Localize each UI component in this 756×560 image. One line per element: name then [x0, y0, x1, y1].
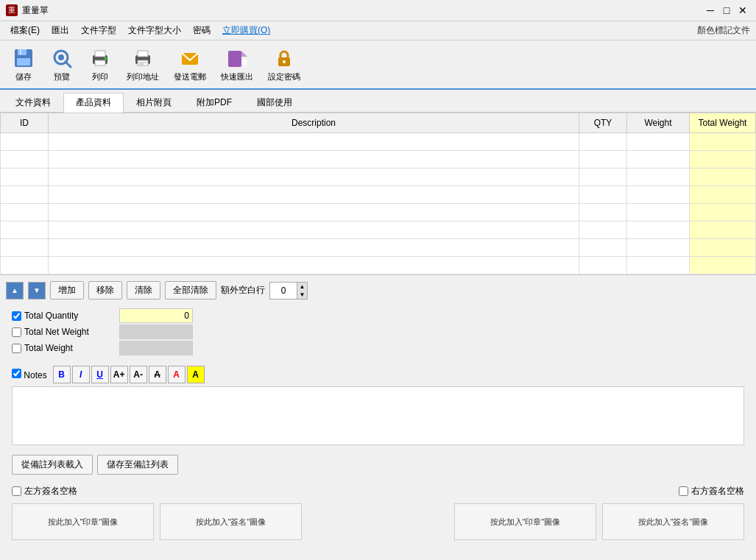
tab-pdf[interactable]: 附加PDF	[184, 93, 244, 112]
print-button[interactable]: 列印	[82, 43, 118, 85]
table-cell[interactable]	[579, 221, 627, 239]
email-button[interactable]: 發送電郵	[168, 43, 212, 85]
table-cell[interactable]	[690, 133, 756, 151]
table-cell[interactable]	[1, 239, 49, 257]
tab-product-info[interactable]: 產品資料	[63, 93, 124, 113]
table-cell[interactable]	[49, 221, 579, 239]
notes-font-decrease-button[interactable]: A-	[130, 366, 147, 383]
add-button[interactable]: 增加	[50, 281, 84, 300]
remove-button[interactable]: 移除	[88, 281, 122, 300]
notes-underline-button[interactable]: U	[91, 366, 109, 383]
notes-italic-button[interactable]: I	[72, 366, 90, 383]
menu-export[interactable]: 匯出	[47, 23, 74, 38]
table-cell[interactable]	[627, 204, 690, 221]
menu-font-size[interactable]: 文件字型大小	[124, 23, 186, 38]
total-net-weight-checkbox[interactable]	[12, 327, 21, 337]
table-cell[interactable]	[1, 204, 49, 221]
total-weight-checkbox[interactable]	[12, 344, 21, 353]
table-cell[interactable]	[690, 151, 756, 169]
table-cell[interactable]	[627, 239, 690, 257]
table-cell[interactable]	[627, 186, 690, 204]
table-cell[interactable]	[690, 186, 756, 204]
table-cell[interactable]	[627, 221, 690, 239]
preview-button[interactable]: 預覽	[44, 43, 80, 85]
notes-color-red-button[interactable]: A	[168, 366, 186, 383]
table-cell[interactable]	[579, 257, 627, 274]
table-cell[interactable]	[579, 186, 627, 204]
clear-all-button[interactable]: 全部清除	[165, 281, 216, 300]
set-password-button[interactable]: 設定密碼	[262, 43, 306, 85]
notes-strikethrough-button[interactable]: A	[149, 366, 166, 383]
table-cell[interactable]	[49, 186, 579, 204]
table-cell[interactable]	[690, 239, 756, 257]
table-cell[interactable]	[1, 257, 49, 274]
table-cell[interactable]	[579, 133, 627, 151]
spinner-down[interactable]: ▼	[297, 291, 307, 299]
menu-buy[interactable]: 立即購買(O)	[218, 23, 275, 38]
table-cell[interactable]	[49, 169, 579, 186]
table-cell[interactable]	[627, 133, 690, 151]
table-cell[interactable]	[1, 151, 49, 169]
table-cell[interactable]	[690, 204, 756, 221]
notes-checkbox[interactable]	[12, 369, 21, 378]
save-button[interactable]: 儲存	[6, 43, 41, 85]
table-cell[interactable]	[1, 186, 49, 204]
stamp-left-button[interactable]: 按此加入"印章"圖像	[12, 503, 154, 540]
notes-color-yellow-button[interactable]: A	[187, 366, 205, 383]
tab-internal[interactable]: 國部使用	[244, 93, 305, 112]
extra-rows-label: 額外空白行	[221, 284, 265, 297]
notes-textarea[interactable]	[12, 386, 744, 445]
tab-bar: 文件資料 產品資料 相片附頁 附加PDF 國部使用	[0, 90, 756, 113]
sign-left-button[interactable]: 按此加入"簽名"圖像	[160, 503, 302, 540]
total-net-weight-input[interactable]	[119, 325, 193, 339]
minimize-button[interactable]: ─	[703, 3, 718, 18]
table-cell[interactable]	[627, 257, 690, 274]
quick-export-button[interactable]: 快速匯出	[215, 43, 259, 85]
notes-bold-button[interactable]: B	[53, 366, 71, 383]
table-cell[interactable]	[690, 257, 756, 274]
table-cell[interactable]	[49, 204, 579, 221]
svg-point-23	[283, 60, 286, 63]
table-cell[interactable]	[579, 204, 627, 221]
menu-file[interactable]: 檔案(E)	[6, 23, 44, 38]
maximize-button[interactable]: □	[719, 3, 734, 18]
sign-right-button[interactable]: 按此加入"簽名"圖像	[602, 503, 744, 540]
table-cell[interactable]	[49, 257, 579, 274]
table-cell[interactable]	[690, 169, 756, 186]
move-up-button[interactable]: ▲	[6, 282, 24, 300]
svg-rect-8	[95, 51, 105, 57]
table-cell[interactable]	[1, 169, 49, 186]
clear-button[interactable]: 清除	[127, 281, 160, 300]
table-cell[interactable]	[49, 239, 579, 257]
load-notes-button[interactable]: 從備註列表載入	[12, 455, 93, 475]
right-sig-checkbox[interactable]	[679, 486, 688, 496]
table-cell[interactable]	[49, 133, 579, 151]
stamp-right-button[interactable]: 按此加入"印章"圖像	[454, 503, 596, 540]
total-quantity-checkbox[interactable]	[12, 311, 21, 321]
total-quantity-row: Total Quantity	[12, 308, 744, 323]
notes-font-increase-button[interactable]: A+	[110, 366, 128, 383]
move-down-button[interactable]: ▼	[28, 282, 46, 300]
extra-rows-spinner[interactable]: ▲ ▼	[269, 282, 308, 300]
table-cell[interactable]	[1, 221, 49, 239]
spinner-up[interactable]: ▲	[297, 283, 307, 291]
table-cell[interactable]	[690, 221, 756, 239]
print-address-button[interactable]: 列印地址	[121, 43, 165, 85]
extra-rows-input[interactable]	[270, 284, 297, 297]
table-cell[interactable]	[627, 151, 690, 169]
menu-password[interactable]: 密碼	[188, 23, 215, 38]
table-cell[interactable]	[627, 169, 690, 186]
close-button[interactable]: ✕	[735, 3, 750, 18]
table-cell[interactable]	[579, 239, 627, 257]
save-notes-button[interactable]: 儲存至備註列表	[97, 455, 178, 475]
table-cell[interactable]	[579, 169, 627, 186]
table-cell[interactable]	[579, 151, 627, 169]
total-quantity-input[interactable]	[119, 308, 193, 323]
menu-font[interactable]: 文件字型	[77, 23, 121, 38]
table-cell[interactable]	[1, 133, 49, 151]
left-sig-checkbox[interactable]	[12, 486, 21, 496]
table-cell[interactable]	[49, 151, 579, 169]
tab-photo[interactable]: 相片附頁	[124, 93, 184, 112]
total-weight-input[interactable]	[119, 341, 193, 355]
tab-file-info[interactable]: 文件資料	[3, 93, 63, 112]
